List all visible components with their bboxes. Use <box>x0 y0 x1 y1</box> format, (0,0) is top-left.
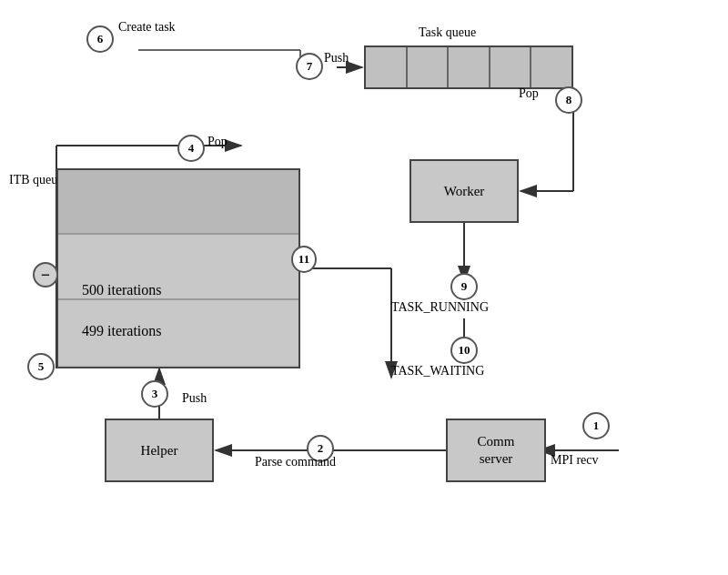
circle-8: 8 <box>555 86 582 114</box>
circle-1: 1 <box>582 412 610 439</box>
itb-row-1 <box>58 170 298 235</box>
task-queue <box>364 45 573 89</box>
task-waiting-label: TASK_WAITING <box>391 364 484 378</box>
task-queue-label: Task queue <box>419 25 476 40</box>
circle-11: 11 <box>291 246 317 273</box>
helper-box: Helper <box>105 419 214 482</box>
push-bottom-label: Push <box>182 391 207 406</box>
mpi-recv-label: MPI recv <box>551 453 599 468</box>
task-queue-cell-1 <box>366 47 408 87</box>
itb-queue-label: ITB queue <box>9 173 63 187</box>
task-queue-cell-5 <box>531 47 571 87</box>
comm-server-box: Commserver <box>446 419 546 482</box>
diagram: Task queue ITB queue 500 iterations 499 … <box>0 0 728 575</box>
circle-4: 4 <box>177 135 205 162</box>
comm-server-label: Commserver <box>478 433 515 469</box>
pop-left-label: Pop <box>207 135 228 149</box>
push-top-label: Push <box>324 51 349 66</box>
circle-9: 9 <box>450 273 478 300</box>
create-task-label: Create task <box>118 20 176 35</box>
worker-box: Worker <box>410 159 519 223</box>
task-running-label: TASK_RUNNING <box>391 300 489 315</box>
iter-500-label: 500 iterations <box>82 282 162 298</box>
task-queue-cell-3 <box>449 47 490 87</box>
minus-circle: − <box>33 262 58 288</box>
task-queue-cell-4 <box>490 47 532 87</box>
task-queue-cell-2 <box>408 47 450 87</box>
circle-5: 5 <box>27 353 55 380</box>
parse-command-label: Parse command <box>255 453 336 471</box>
circle-3: 3 <box>141 380 168 408</box>
circle-6: 6 <box>86 25 114 53</box>
pop-right-label: Pop <box>519 86 539 101</box>
circle-10: 10 <box>450 337 478 364</box>
circle-7: 7 <box>296 53 323 80</box>
iter-499-label: 499 iterations <box>82 323 162 339</box>
